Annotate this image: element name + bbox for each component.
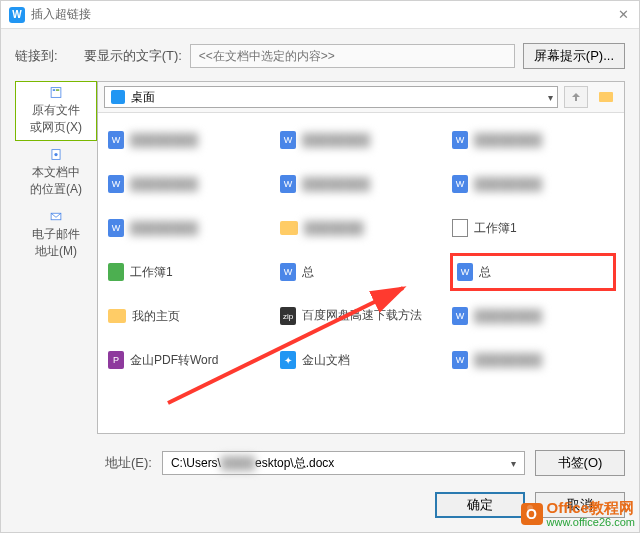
titlebar: W 插入超链接 ✕	[1, 1, 639, 29]
svg-rect-0	[51, 88, 61, 98]
file-icon: W	[452, 175, 468, 193]
file-icon: W	[452, 131, 468, 149]
folder-icon	[599, 92, 613, 102]
watermark-brand: Office教程网	[547, 499, 635, 516]
list-item[interactable]: W████████	[106, 165, 272, 203]
folder-icon	[108, 309, 126, 323]
file-icon: W	[452, 307, 468, 325]
list-item-jinshan-doc[interactable]: ✦金山文档	[278, 341, 444, 379]
screen-tip-button[interactable]: 屏幕提示(P)...	[523, 43, 625, 69]
sidebar-existing-file[interactable]: 原有文件 或网页(X)	[15, 81, 97, 141]
sidebar-this-document[interactable]: 本文档中 的位置(A)	[15, 143, 97, 203]
link-to-label: 链接到:	[15, 47, 58, 65]
address-row: 地址(E): C:\Users\ ████ esktop\总.docx ▾ 书签…	[15, 450, 625, 476]
list-item[interactable]: W████████	[278, 165, 444, 203]
file-label: 总	[302, 264, 314, 281]
main-area: 原有文件 或网页(X) 本文档中 的位置(A) 电子邮件 地址(M)	[15, 81, 625, 434]
file-browser-panel: 桌面 ▾	[97, 81, 625, 434]
top-row: 链接到: 要显示的文字(T): 屏幕提示(P)...	[15, 43, 625, 69]
sidebar-email[interactable]: 电子邮件 地址(M)	[15, 205, 97, 265]
folder-icon	[280, 221, 298, 235]
file-icon: W	[280, 263, 296, 281]
watermark-url: www.office26.com	[547, 516, 635, 528]
bookmark-button[interactable]: 书签(O)	[535, 450, 625, 476]
file-icon: W	[280, 131, 296, 149]
list-item-zong[interactable]: W总	[278, 253, 444, 291]
sidebar-item-label: 电子邮件	[32, 226, 80, 243]
email-icon	[48, 210, 64, 223]
file-label: 金山文档	[302, 352, 350, 369]
pdf-icon: P	[108, 351, 124, 369]
location-row: 桌面 ▾	[98, 82, 624, 113]
chevron-down-icon: ▾	[548, 92, 553, 103]
list-item[interactable]: W████████	[106, 121, 272, 159]
sidebar-item-label: 原有文件	[32, 102, 80, 119]
file-icon: W	[108, 131, 124, 149]
list-item-homepage[interactable]: 我的主页	[106, 297, 272, 335]
up-folder-button[interactable]	[564, 86, 588, 108]
location-dropdown[interactable]: 桌面 ▾	[104, 86, 558, 108]
list-item-jinshan-pdf[interactable]: P金山PDF转Word	[106, 341, 272, 379]
svg-rect-1	[53, 89, 55, 91]
file-label: 我的主页	[132, 308, 180, 325]
list-item-baidu[interactable]: zip百度网盘高速下载方法	[278, 297, 444, 335]
sidebar-item-label: 地址(M)	[35, 243, 77, 260]
file-label: 金山PDF转Word	[130, 352, 218, 369]
list-item[interactable]: W████████	[450, 297, 616, 335]
cloud-icon: ✦	[280, 351, 296, 369]
list-item[interactable]: W████████	[450, 341, 616, 379]
dialog-content: 链接到: 要显示的文字(T): 屏幕提示(P)... 原有文件 或网页(X) 本…	[1, 29, 639, 532]
close-icon[interactable]: ✕	[615, 7, 631, 23]
chevron-down-icon[interactable]: ▾	[511, 458, 516, 469]
list-item[interactable]: W████████	[450, 165, 616, 203]
list-item[interactable]: ███████	[278, 209, 444, 247]
file-icon: W	[457, 263, 473, 281]
spreadsheet-icon	[108, 263, 124, 281]
file-icon: W	[452, 351, 468, 369]
archive-icon: zip	[280, 307, 296, 325]
file-web-icon	[48, 86, 64, 99]
list-item-workbook1-xls[interactable]: 工作簿1	[106, 253, 272, 291]
svg-rect-2	[56, 89, 59, 91]
open-folder-button[interactable]	[594, 86, 618, 108]
address-prefix: C:\Users\	[171, 456, 221, 470]
desktop-icon	[111, 90, 125, 104]
up-arrow-icon	[570, 91, 582, 103]
app-icon: W	[9, 7, 25, 23]
address-hidden: ████	[221, 456, 255, 470]
watermark-logo-icon: O	[521, 503, 543, 525]
file-icon	[452, 219, 468, 237]
address-input[interactable]: C:\Users\ ████ esktop\总.docx ▾	[162, 451, 525, 475]
file-label: 工作簿1	[130, 264, 173, 281]
file-icon: W	[280, 175, 296, 193]
list-item[interactable]: W████████	[106, 209, 272, 247]
document-location-icon	[48, 148, 64, 161]
watermark: O Office教程网 www.office26.com	[521, 499, 635, 528]
list-item-zong-highlighted[interactable]: W总	[450, 253, 616, 291]
location-label: 桌面	[131, 89, 155, 106]
display-text-input[interactable]	[190, 44, 515, 68]
display-text-label: 要显示的文字(T):	[84, 47, 182, 65]
insert-hyperlink-dialog: W 插入超链接 ✕ 链接到: 要显示的文字(T): 屏幕提示(P)... 原有文…	[0, 0, 640, 533]
file-icon: W	[108, 219, 124, 237]
ok-button[interactable]: 确定	[435, 492, 525, 518]
sidebar-item-label: 或网页(X)	[30, 119, 82, 136]
list-item-workbook1[interactable]: 工作簿1	[450, 209, 616, 247]
sidebar-item-label: 本文档中	[32, 164, 80, 181]
list-item[interactable]: W████████	[450, 121, 616, 159]
address-suffix: esktop\总.docx	[255, 455, 334, 472]
address-label: 地址(E):	[105, 454, 152, 472]
svg-point-4	[54, 153, 57, 156]
list-item[interactable]: W████████	[278, 121, 444, 159]
dialog-title: 插入超链接	[31, 6, 615, 23]
link-type-sidebar: 原有文件 或网页(X) 本文档中 的位置(A) 电子邮件 地址(M)	[15, 81, 97, 434]
file-list[interactable]: W████████ W████████ W████████ W████████ …	[98, 113, 624, 433]
file-label: 工作簿1	[474, 220, 517, 237]
file-icon: W	[108, 175, 124, 193]
file-label: 总	[479, 264, 491, 281]
sidebar-item-label: 的位置(A)	[30, 181, 82, 198]
file-label: 百度网盘高速下载方法	[302, 309, 422, 322]
